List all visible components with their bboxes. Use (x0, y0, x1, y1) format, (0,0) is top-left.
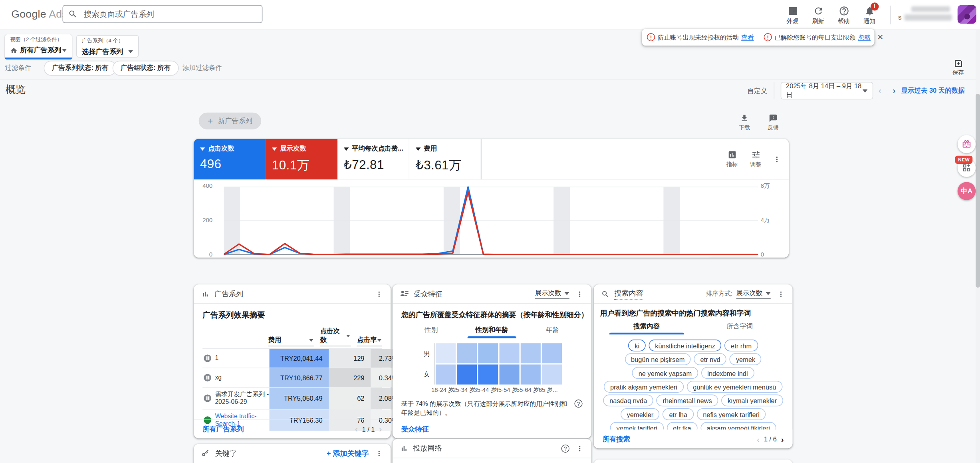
search-term-chip[interactable]: künstliche intelligenz (649, 340, 722, 352)
heatmap-cell-男-4[interactable] (521, 343, 541, 363)
demographics-link[interactable]: 受众特征 (401, 424, 429, 433)
heatmap-cell-男-2[interactable] (478, 343, 498, 363)
scorecard-1[interactable]: 展示次数10.1万 (266, 139, 337, 179)
page-next-icon[interactable]: › (379, 425, 382, 434)
search-term-chip[interactable]: etr rhm (724, 340, 758, 352)
alert-view-link[interactable]: 查看 (741, 33, 754, 42)
new-campaign-button[interactable]: + 新广告系列 (199, 113, 261, 129)
search-term-chip[interactable]: rheinmetall news (657, 395, 718, 407)
search-term-chip[interactable]: pratik akşam yemekleri (604, 381, 683, 393)
heatmap-cell-女-3[interactable] (500, 364, 520, 384)
alert-ignore-link[interactable]: 忽略 (858, 33, 871, 42)
filter-chip-adgroup-status[interactable]: 广告组状态: 所有 (113, 61, 179, 76)
column-header-ctr[interactable]: 点击率 (357, 336, 382, 346)
search-term-chip[interactable]: etr lha (663, 408, 694, 420)
heatmap-cell-女-5[interactable] (542, 364, 562, 384)
refresh-button[interactable]: 刷新 (805, 6, 831, 26)
search-term-chip[interactable]: ne yemek yapsam (632, 367, 698, 379)
campaign-name: 需求开发广告系列 - 2025-06-29 (215, 390, 269, 406)
tab-contained-words[interactable]: 所含字词 (693, 322, 786, 334)
search-term-chip[interactable]: yemek (730, 353, 762, 365)
heatmap-cell-女-0[interactable] (436, 364, 456, 384)
add-keywords-button[interactable]: + 添加关键字 (327, 449, 369, 458)
heatmap-cell-女-4[interactable] (521, 364, 541, 384)
tab-search-terms[interactable]: 搜索内容 (600, 322, 693, 334)
gender-age-heatmap[interactable] (436, 343, 562, 384)
avatar[interactable] (958, 5, 976, 24)
tab-age[interactable]: 年龄 (522, 326, 582, 338)
promotions-gift-button[interactable] (958, 135, 976, 153)
chevron-down-icon (862, 89, 867, 92)
tab-gender[interactable]: 性别 (401, 326, 461, 338)
download-button[interactable]: 下载 (739, 114, 750, 132)
heatmap-cell-男-0[interactable] (436, 343, 456, 363)
notifications-button[interactable]: ! 通知 (857, 6, 882, 26)
feedback-button[interactable]: 反馈 (768, 114, 779, 132)
more-options-icon[interactable] (375, 449, 383, 457)
search-term-chip[interactable]: yemekler (621, 408, 660, 420)
date-next-button[interactable]: › (887, 85, 901, 95)
campaign-selector[interactable]: 广告系列（4 个） 选择广告系列 (76, 35, 139, 58)
date-range-picker[interactable]: 2025年 8月 14日 – 9月 18日 (780, 82, 873, 99)
search-term-chip[interactable]: kıymalı yemekler (721, 395, 783, 407)
campaign-row[interactable]: 1TRY20,041.441292.73% (202, 348, 382, 368)
appearance-button[interactable]: 外观 (780, 6, 805, 26)
column-header-cost[interactable]: 费用 (268, 336, 314, 346)
heatmap-col-label: 35-44 岁 (474, 386, 495, 394)
all-searches-link[interactable]: 所有搜索 (603, 434, 630, 443)
search-term-chip[interactable]: günlük ev yemekleri menüsü (686, 381, 782, 393)
all-campaigns-link[interactable]: 所有广告系列 (202, 425, 244, 434)
search-term-chip[interactable]: bugün ne pişirsem (625, 353, 691, 365)
page-next-icon[interactable]: › (781, 434, 784, 443)
search-input[interactable] (83, 9, 257, 19)
more-options-icon[interactable] (777, 290, 785, 298)
view-selector[interactable]: 视图（2 个过滤条件） 所有广告系列 (5, 34, 72, 58)
heatmap-cell-男-3[interactable] (500, 343, 520, 363)
search-term-chip[interactable]: ki (629, 340, 646, 352)
campaigns-card: 广告系列 广告系列效果摘要 费用 点击次数 点击率 1TRY20,041.441… (194, 284, 391, 438)
left-axis-tick-400: 400 (202, 182, 212, 189)
page-prev-icon[interactable]: ‹ (757, 434, 760, 443)
adjust-button[interactable]: 调整 (750, 150, 761, 169)
heatmap-cell-女-2[interactable] (478, 364, 498, 384)
show-last-30-days-link[interactable]: 显示过去 30 天的数据 (901, 86, 965, 95)
page-prev-icon[interactable]: ‹ (355, 425, 358, 434)
more-options-icon[interactable] (375, 290, 383, 298)
translate-button[interactable]: 中A (958, 182, 976, 200)
help-circle-icon[interactable]: ? (561, 444, 569, 452)
scorecard-2[interactable]: 平均每次点击费...₺72.81 (337, 139, 409, 179)
search-term-chip[interactable]: nasdaq nvda (603, 395, 653, 407)
search-term-chip[interactable]: nefis yemek tarifleri (697, 408, 766, 420)
global-search[interactable] (63, 5, 263, 23)
close-icon[interactable]: ✕ (877, 32, 884, 42)
search-term-chip[interactable]: etr nvd (694, 353, 727, 365)
campaign-row[interactable]: 需求开发广告系列 - 2025-06-29TRY5,050.49622.08% (202, 387, 382, 409)
date-prev-button[interactable]: ‹ (873, 85, 887, 95)
help-button[interactable]: 帮助 (831, 6, 857, 26)
column-header-clicks[interactable]: 点击次数 (320, 327, 351, 347)
scorecards: 点击次数496展示次数10.1万平均每次点击费...₺72.81费用₺3.61万 (194, 139, 481, 179)
chevron-down-icon (344, 147, 349, 151)
more-options-icon[interactable] (772, 155, 781, 163)
help-circle-icon[interactable]: ? (574, 399, 582, 407)
heatmap-cell-女-1[interactable] (457, 364, 477, 384)
metric-selector[interactable]: 展示次数 (535, 289, 569, 299)
keyword-icon (201, 449, 210, 458)
filter-chip-campaign-status[interactable]: 广告系列状态: 所有 (44, 61, 117, 76)
scorecard-3[interactable]: 费用₺3.61万 (409, 139, 481, 179)
heatmap-cell-男-1[interactable] (457, 343, 477, 363)
scorecard-0[interactable]: 点击次数496 (194, 139, 266, 179)
add-filter-button[interactable]: 添加过滤条件 (183, 64, 222, 73)
search-term-chip[interactable]: indexbme indi (701, 367, 754, 379)
more-options-icon[interactable] (575, 444, 583, 452)
campaign-name: xg (215, 374, 222, 382)
metric-selector[interactable]: 展示次数 (736, 289, 771, 299)
more-options-icon[interactable] (575, 290, 583, 298)
heatmap-cell-男-5[interactable] (542, 343, 562, 363)
metrics-button[interactable]: 指标 (726, 150, 738, 169)
tab-gender-and-age[interactable]: 性别和年龄 (461, 326, 522, 338)
save-button[interactable]: 保存 (952, 59, 964, 77)
campaign-row[interactable]: xgTRY10,866.772290.34% (202, 368, 382, 387)
performance-line-chart[interactable] (224, 185, 758, 256)
scrollbar-thumb[interactable] (976, 94, 980, 288)
